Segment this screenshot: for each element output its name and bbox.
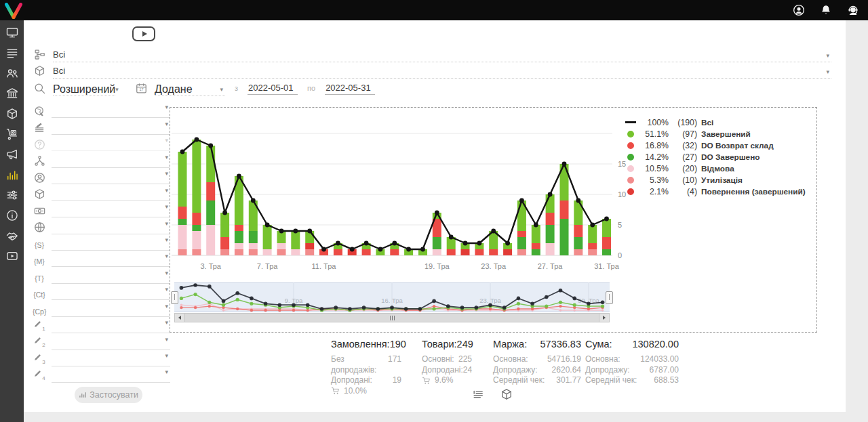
side-filter-select[interactable]: ▾ [52, 154, 170, 168]
sidebar-item-delivery-trolley[interactable] [5, 127, 20, 141]
legend-item-2[interactable]: 16.8%(32)DO Возврат склад [623, 140, 806, 151]
scroll-right-button[interactable] [599, 314, 609, 322]
account-icon[interactable] [792, 3, 806, 17]
range-handle-right[interactable] [606, 291, 613, 304]
arrow-left-icon [178, 316, 181, 320]
side-filter-row-pencil2: 2▾ [33, 333, 170, 350]
side-filter-select[interactable]: ▾ [52, 220, 170, 234]
sidebar-item-clients-people[interactable] [5, 66, 20, 80]
side-filter-select[interactable]: ▾ [52, 137, 170, 151]
tag-icon: {M} [33, 257, 46, 267]
header-actions [792, 0, 860, 20]
sidebar-item-orders-list[interactable] [5, 46, 20, 60]
sidebar-item-partners-handshake[interactable] [5, 229, 20, 242]
support-headset-icon[interactable] [846, 3, 860, 17]
cart-icon [422, 376, 431, 385]
sidebar-item-monitor[interactable] [5, 26, 20, 39]
mini-bars-icon [79, 391, 86, 399]
package-icon [33, 64, 46, 77]
sidebar-item-info-circle[interactable] [5, 209, 20, 222]
notifications-bell-icon[interactable] [819, 3, 833, 17]
side-filter-select[interactable]: ▾ [52, 170, 170, 184]
sidebar-item-video-tutorials[interactable] [5, 249, 20, 263]
stat-value: 190 [390, 339, 406, 350]
sidebar-item-settings-sliders[interactable] [5, 188, 20, 202]
tag-icon: {S} [33, 241, 46, 251]
range-handle-left[interactable] [171, 291, 178, 304]
side-filter-select[interactable]: ▾ [52, 319, 170, 333]
legend-item-6[interactable]: 2.1%(4)Повернення (завершений) [623, 186, 806, 197]
search-icon [33, 81, 46, 95]
date-to-label: по [307, 84, 315, 92]
products-value: Всі [53, 66, 65, 78]
status-group-select[interactable]: Всі ▾ [53, 47, 831, 62]
chart-range-navigator[interactable]: 9. Тра16. Тра23. Тра30. Тра [174, 282, 610, 312]
dot-marker-icon [627, 177, 634, 184]
filter-row-status-group: Всі ▾ [33, 46, 831, 62]
sidebar-item-marketing-megaphone[interactable] [5, 148, 20, 161]
side-filters: ▾▾▾▾▾▾▾▾{S}▾{M}▾{T}▾{Ct}▾{Cp}▾1▾2▾3▾4▾ [33, 102, 170, 383]
side-filter-row-cp: {Cp}▾ [33, 300, 170, 316]
brand-logo-icon[interactable] [3, 1, 24, 22]
chevron-down-icon: ▾ [115, 86, 121, 96]
list-view-toggle[interactable] [471, 387, 485, 401]
side-filter-row-pencil4: 4▾ [33, 366, 170, 383]
sidebar-item-company-building[interactable] [5, 87, 20, 100]
orders-stacked-chart[interactable]: 0510153. Тра7. Тра11. Тра19. Тра23. Тра2… [172, 109, 639, 278]
video-help-button[interactable] [132, 26, 155, 41]
orders-chart-panel: 0510153. Тра7. Тра11. Тра19. Тра23. Тра2… [170, 107, 817, 333]
side-filter-row-pencil1: 1▾ [33, 317, 170, 333]
side-filter-row-manager: ▾ [33, 168, 170, 184]
date-type-value: Додане [155, 83, 193, 96]
apply-filters-button[interactable]: Застосувати [75, 387, 142, 403]
apply-button-label: Застосувати [90, 390, 138, 400]
legend-item-3[interactable]: 14.2%(27)DO Завершено [623, 151, 806, 163]
date-type-select[interactable]: Додане ▾ [155, 81, 225, 96]
sidebar-item-analytics-chart[interactable] [5, 168, 20, 182]
side-filter-select[interactable]: ▾ [52, 236, 170, 251]
dot-marker-icon [627, 154, 634, 161]
stat-column-1: Товари:249Основні:225Допродані:249.6% [422, 339, 472, 386]
chart-scrollbar[interactable] [174, 313, 610, 322]
date-to-input[interactable] [325, 81, 375, 95]
side-filter-select[interactable]: ▾ [52, 336, 170, 350]
side-filter-select[interactable]: ▾ [52, 270, 170, 284]
legend-item-4[interactable]: 10.5%(20)Відмова [623, 163, 806, 174]
svg-text:19. Тра: 19. Тра [425, 262, 450, 270]
chevron-down-icon: ▾ [165, 368, 170, 382]
scroll-left-button[interactable] [175, 314, 185, 322]
legend-item-5[interactable]: 5.3%(10)Утилізація [623, 174, 806, 186]
side-filter-select[interactable]: ▾ [52, 303, 170, 317]
manager-icon [33, 171, 46, 184]
scrollbar-thumb[interactable] [185, 314, 599, 322]
legend-item-0[interactable]: 100%(190)Всі [623, 117, 806, 128]
svg-text:0: 0 [618, 251, 622, 259]
filter-row-products: Всі ▾ [33, 62, 831, 79]
side-filter-select[interactable]: ▾ [52, 368, 170, 383]
stat-value: 130820.00 [632, 339, 679, 350]
hierarchy-icon [33, 154, 46, 168]
pencil-icon: 4 [33, 369, 46, 383]
side-filter-select[interactable]: ▾ [52, 104, 170, 118]
chevron-down-icon: ▾ [826, 52, 831, 62]
side-filter-row-hierarchy: ▾ [33, 151, 170, 167]
side-filter-select[interactable]: ▾ [52, 121, 170, 135]
main-nav-sidebar [0, 20, 24, 422]
svg-text:3. Тра: 3. Тра [200, 262, 221, 270]
side-filter-select[interactable]: ▾ [52, 203, 170, 217]
stat-column-2: Маржа:57336.83Основна:54716.19Допродажу:… [493, 339, 581, 386]
side-filter-select[interactable]: ▾ [52, 187, 170, 201]
chevron-down-icon: ▾ [826, 68, 831, 78]
side-filter-row-question: ▾ [33, 135, 170, 151]
date-from-input[interactable] [248, 81, 298, 95]
search-mode-select[interactable]: Розширений ▾ [53, 81, 115, 96]
products-select[interactable]: Всі ▾ [53, 63, 831, 79]
box-view-toggle[interactable] [500, 387, 513, 401]
side-filter-select[interactable]: ▾ [52, 286, 170, 300]
side-filter-select[interactable]: ▾ [52, 253, 170, 267]
sort-pencil-icon [33, 121, 46, 135]
side-filter-select[interactable]: ▾ [52, 352, 170, 366]
legend-item-1[interactable]: 51.1%(97)Завершений [623, 128, 806, 140]
side-filter-row-package: ▾ [33, 184, 170, 201]
sidebar-item-products-box[interactable] [5, 107, 20, 121]
